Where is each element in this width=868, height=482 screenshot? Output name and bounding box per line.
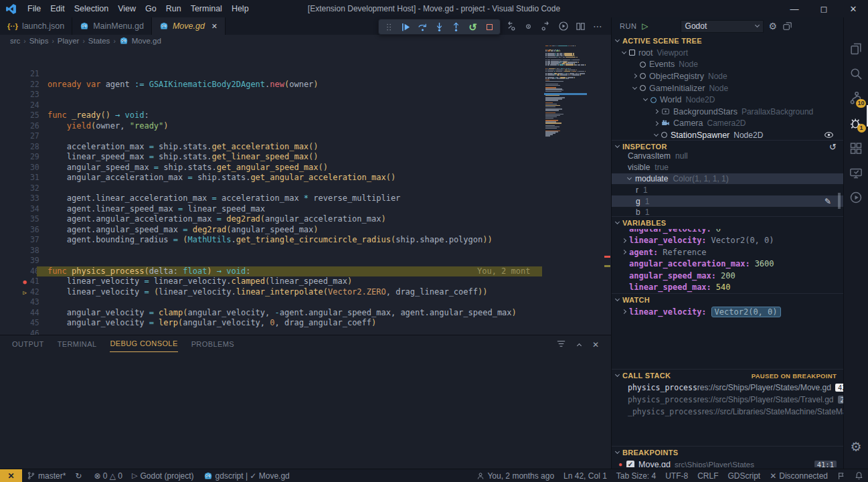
chevron-icon[interactable] <box>632 85 636 90</box>
code-line-21[interactable]: 21 <box>0 48 611 59</box>
code-line-41[interactable]: ●41 linear_velocity = linear_velocity.cl… <box>0 256 611 266</box>
activity-remote-explorer[interactable] <box>844 160 868 185</box>
continue-button[interactable] <box>398 20 414 33</box>
activity-run-and-debug[interactable]: 1 <box>844 110 868 135</box>
inspector-row-r[interactable]: r1 <box>612 184 843 195</box>
scene-tree-node-world[interactable]: WorldNode2D <box>612 94 843 106</box>
scene-tree-node-events[interactable]: EventsNode <box>612 59 843 71</box>
status-git-blame[interactable]: You, 2 months ago <box>472 469 559 482</box>
section-header-inspector[interactable]: INSPECTOR↺ <box>612 141 843 153</box>
status-sync[interactable]: ↻ <box>70 469 89 482</box>
menu-view[interactable]: View <box>113 4 141 13</box>
menu-run[interactable]: Run <box>161 4 186 13</box>
chevron-icon[interactable] <box>642 96 647 101</box>
breadcrumb-item[interactable]: src <box>10 37 20 45</box>
panel-tab-problems[interactable]: PROBLEMS <box>191 335 234 352</box>
breadcrumb-item[interactable]: Player <box>58 37 80 45</box>
status-problems[interactable]: ⊗ 0 △ 0 <box>89 469 127 482</box>
menu-selection[interactable]: Selection <box>70 4 113 13</box>
tab-launch-json[interactable]: {··} launch.json <box>0 17 72 35</box>
variable-linear_speed_max[interactable]: linear_speed_max:540 <box>612 282 843 294</box>
code-line-34[interactable]: 34 agent.linear_speed_max = linear_speed… <box>0 183 611 194</box>
launch-config-select[interactable]: Godot <box>681 20 764 33</box>
maximize-button[interactable]: ◻ <box>809 0 839 17</box>
scene-tree-node-objectregistry[interactable]: ObjectRegistryNode <box>612 70 843 82</box>
stack-frame[interactable]: physics_process res://src/Ships/Player/S… <box>612 382 843 394</box>
status-godot-language-server[interactable]: gdscript | ✓ Move.gd <box>199 469 294 482</box>
scene-tree-node-root[interactable]: rootViewport <box>612 47 843 59</box>
status-debug-target[interactable]: ▷Godot (project) <box>127 469 199 482</box>
refresh-inspector-icon[interactable]: ↺ <box>829 141 837 153</box>
activity-explorer[interactable] <box>844 36 868 61</box>
activity-search[interactable] <box>844 61 868 86</box>
menu-terminal[interactable]: Terminal <box>186 4 227 13</box>
variable-angular_velocity[interactable]: angular_velocity:0 <box>612 229 843 235</box>
breadcrumb-item[interactable]: Ships <box>29 37 49 45</box>
inspector-row-canvasitem[interactable]: CanvasItemnull <box>612 153 843 162</box>
activity-source-control[interactable]: 10 <box>844 86 868 110</box>
status-feedback[interactable] <box>833 469 850 482</box>
close-button[interactable]: ✕ <box>839 0 868 17</box>
tab-mainmenu-gd[interactable]: MainMenu.gd <box>72 17 152 35</box>
navigate-back-button[interactable] <box>505 20 517 33</box>
stack-frame[interactable]: physics_process res://src/Ships/Player/S… <box>612 394 843 406</box>
menu-edit[interactable]: Edit <box>46 4 70 13</box>
minimize-button[interactable]: — <box>780 0 809 17</box>
variable-agent[interactable]: agent:Reference <box>612 246 843 258</box>
eye-icon[interactable] <box>824 130 834 140</box>
status-godot-connection[interactable]: ✕Disconnected <box>765 469 833 482</box>
section-header-active-scene-tree[interactable]: ACTIVE SCENE TREE <box>612 35 843 47</box>
section-header-watch[interactable]: WATCH <box>612 294 843 306</box>
chevron-icon[interactable] <box>632 74 636 78</box>
scene-tree-node-backgroundstars[interactable]: BackgroundStarsParallaxBackground <box>612 106 843 118</box>
inspector-row-b[interactable]: b1 <box>612 207 843 216</box>
close-panel-button[interactable]: ✕ <box>592 338 599 350</box>
close-tab-icon[interactable]: ✕ <box>211 22 218 31</box>
section-header-variables[interactable]: VARIABLES <box>612 217 843 229</box>
step-into-button[interactable] <box>432 20 447 33</box>
chevron-icon[interactable] <box>653 121 658 126</box>
code-editor[interactable]: 21 22onready var agent := GSAIKinematicB… <box>0 47 611 335</box>
stack-frame[interactable]: _physics_process res://src/Libraries/Sta… <box>612 406 843 418</box>
stop-button[interactable] <box>482 20 497 33</box>
variable-linear_velocity[interactable]: linear_velocity:Vector2(0, 0) <box>612 235 843 247</box>
step-over-button[interactable] <box>415 20 430 33</box>
variable-angular_acceleration_max[interactable]: angular_acceleration_max:3600 <box>612 258 843 270</box>
status-git-branch[interactable]: master* <box>22 469 70 482</box>
status-tab-size[interactable]: Tab Size: 4 <box>612 469 661 482</box>
activity-extensions[interactable] <box>844 135 868 160</box>
run-file-button[interactable] <box>557 20 570 33</box>
gear-icon[interactable]: ⚙ <box>769 21 778 31</box>
code-line-48[interactable]: 48 ship.rotation += angular_velocity * d… <box>0 329 611 335</box>
remote-indicator[interactable]: ✕ <box>0 469 22 482</box>
status-cursor-position[interactable]: Ln 42, Col 1 <box>559 469 612 482</box>
chevron-icon[interactable] <box>621 50 626 54</box>
more-actions-button[interactable]: ⋯ <box>592 20 604 33</box>
collapse-panel-button[interactable] <box>578 338 581 350</box>
section-header-call-stack[interactable]: CALL STACKPAUSED ON BREAKPOINT <box>612 370 843 382</box>
menu-help[interactable]: Help <box>227 4 254 13</box>
code-line-25[interactable]: 25func _ready() → void: <box>0 90 611 100</box>
step-out-button[interactable] <box>448 20 464 33</box>
inspector-row-visible[interactable]: visibletrue <box>612 162 843 173</box>
panel-tab-terminal[interactable]: TERMINAL <box>58 335 97 352</box>
menu-file[interactable]: File <box>23 4 46 13</box>
code-line-29[interactable]: 29 linear_speed_max = ship.stats.get_lin… <box>0 131 611 142</box>
scene-tree-node-stationspawner[interactable]: StationSpawnerNode2D <box>612 129 843 140</box>
scene-tree-node-camera[interactable]: CameraCamera2D <box>612 118 843 130</box>
minimap[interactable] <box>545 44 586 139</box>
navigate-last-edit-button[interactable] <box>522 20 535 33</box>
open-debug-console-icon[interactable] <box>782 21 792 31</box>
breadcrumb-item[interactable]: States <box>88 37 110 45</box>
code-line-23[interactable]: 23 <box>0 69 611 80</box>
inspector-row-g[interactable]: g1 ✎ <box>612 195 843 207</box>
code-line-40[interactable]: 40func physics_process(delta: float) → v… <box>0 246 611 256</box>
activity-gitlens[interactable] <box>844 185 868 210</box>
breakpoint-checkbox[interactable]: ✓ <box>626 461 634 468</box>
panel-tab-debug-console[interactable]: DEBUG CONSOLE <box>110 335 177 352</box>
start-debug-button[interactable]: ▷ <box>642 21 648 31</box>
drag-grip[interactable] <box>381 20 397 33</box>
restart-button[interactable]: ↺ <box>465 20 481 33</box>
menu-go[interactable]: Go <box>141 4 161 13</box>
inspector-row-modulate[interactable]: modulateColor(1, 1, 1, 1) <box>612 173 843 185</box>
